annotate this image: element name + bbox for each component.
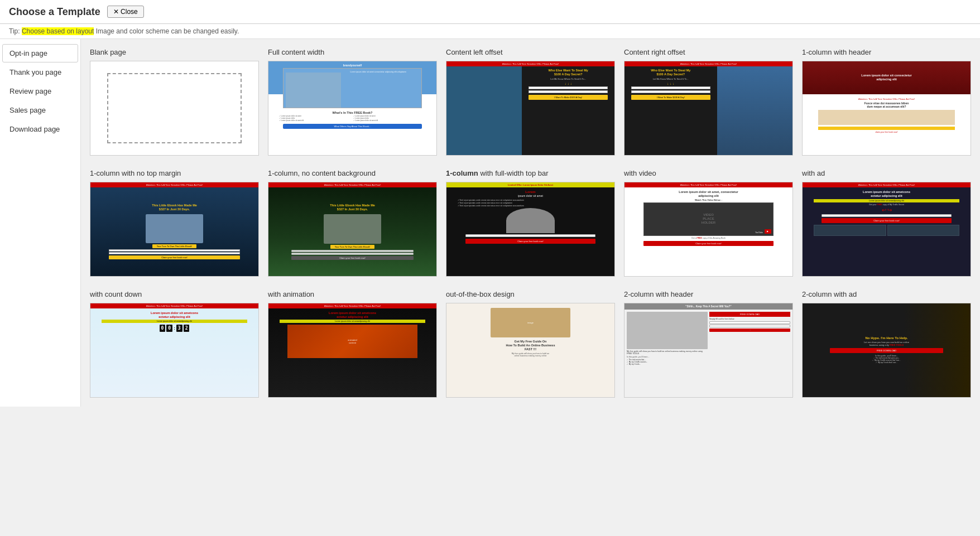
template-out-of-box: out-of-the-box design image Get My Free …	[446, 290, 615, 398]
template-1col-fullbar: 1-column with full-width top bar Limited…	[446, 169, 615, 277]
template-2col-header-title: 2-column with header	[624, 290, 793, 300]
template-full-content: Full content width brandyourself Lorem i…	[268, 48, 437, 156]
template-content-left-title: Content left offset	[446, 48, 615, 57]
template-1col-header-title: 1-column with header	[802, 48, 971, 57]
template-with-ad: with ad Attention: This Is A Time Sensit…	[802, 169, 971, 277]
tip-suffix: Image and color scheme can be changed ea…	[94, 27, 239, 35]
template-with-video: with video Attention: This Is A Time Sen…	[624, 169, 793, 277]
template-with-ad-thumb[interactable]: Attention: This Is A Time Sensitive Offe…	[802, 182, 971, 277]
template-2col-header: 2-column with header "Shhh... Keep This …	[624, 290, 793, 398]
template-content-left-thumb[interactable]: Attention: This Is A Time Sensitive Offe…	[446, 61, 615, 156]
template-1col-fullbar-title: 1-column with full-width top bar	[446, 169, 615, 178]
template-content-right-thumb[interactable]: Attention: This Is A Time Sensitive Offe…	[624, 61, 793, 156]
template-1col-header-thumb[interactable]: Lorem ipsum dolor sit consecteturadipisc…	[802, 61, 971, 156]
tip-prefix: Tip:	[9, 27, 22, 35]
template-full-content-thumb[interactable]: brandyourself Lorem ipsum dolor sit amet…	[268, 61, 437, 156]
tip-highlight: Choose based on layout	[22, 27, 94, 35]
sidebar-item-thankyou[interactable]: Thank you page	[2, 63, 78, 81]
page-header: Choose a Template ✕ Close	[0, 0, 980, 24]
sidebar-item-optin[interactable]: Opt-in page	[2, 44, 78, 62]
template-1col-no-margin-title: 1-column with no top margin	[90, 169, 259, 178]
template-blank-thumb[interactable]	[90, 61, 259, 156]
template-1col-no-margin-thumb[interactable]: Attention: This Is A Time Sensitive Offe…	[90, 182, 259, 277]
template-content-right-title: Content right offset	[624, 48, 793, 57]
template-1col-header: 1-column with header Lorem ipsum dolor s…	[802, 48, 971, 156]
template-with-countdown: with count down Attention: This Is A Tim…	[90, 290, 259, 398]
sidebar-item-sales[interactable]: Sales page	[2, 101, 78, 119]
template-with-countdown-thumb[interactable]: Attention: This Is A Time Sensitive Offe…	[90, 303, 259, 398]
templates-content: Blank page Full content width brandyours…	[81, 39, 980, 407]
close-button[interactable]: ✕ Close	[107, 6, 144, 18]
template-1col-fullbar-thumb[interactable]: Limited Offer: Lorem Ipsum Dolor Sit Ame…	[446, 182, 615, 277]
template-content-right: Content right offset Attention: This Is …	[624, 48, 793, 156]
template-content-left: Content left offset Attention: This Is A…	[446, 48, 615, 156]
template-out-of-box-thumb[interactable]: image Get My Free Guide OnHow To Build A…	[446, 303, 615, 398]
sidebar-item-download[interactable]: Download page	[2, 120, 78, 138]
sidebar-item-review[interactable]: Review page	[2, 82, 78, 100]
blank-inner	[107, 73, 242, 143]
template-2col-ad-title: 2-column with ad	[802, 290, 971, 300]
template-2col-ad-thumb[interactable]: No Hype. I'm Here To Help. Let me show y…	[802, 303, 971, 398]
template-with-video-thumb[interactable]: Attention: This Is A Time Sensitive Offe…	[624, 182, 793, 277]
template-with-animation-title: with animation	[268, 290, 437, 300]
template-with-animation: with animation Attention: This Is A Time…	[268, 290, 437, 398]
tip-bar: Tip: Choose based on layout Image and co…	[0, 24, 980, 39]
template-out-of-box-title: out-of-the-box design	[446, 290, 615, 300]
template-1col-no-margin: 1-column with no top margin Attention: T…	[90, 169, 259, 277]
sidebar: Opt-in page Thank you page Review page S…	[0, 39, 81, 407]
template-1col-no-bg-thumb[interactable]: Attention: This Is A Time Sensitive Offe…	[268, 182, 437, 277]
template-with-ad-title: with ad	[802, 169, 971, 178]
page-title: Choose a Template	[9, 6, 100, 18]
template-2col-ad: 2-column with ad No Hype. I'm Here To He…	[802, 290, 971, 398]
template-with-animation-thumb[interactable]: Attention: This Is A Time Sensitive Offe…	[268, 303, 437, 398]
template-1col-no-bg-title: 1-column, no content background	[268, 169, 437, 178]
template-1col-no-bg: 1-column, no content background Attentio…	[268, 169, 437, 277]
template-with-countdown-title: with count down	[90, 290, 259, 300]
template-blank-title: Blank page	[90, 48, 259, 57]
templates-grid: Blank page Full content width brandyours…	[90, 48, 971, 398]
main-layout: Opt-in page Thank you page Review page S…	[0, 39, 980, 407]
template-full-content-title: Full content width	[268, 48, 437, 57]
template-2col-header-thumb[interactable]: "Shhh... Keep This A Secret Will You?" M…	[624, 303, 793, 398]
template-with-video-title: with video	[624, 169, 793, 178]
template-blank: Blank page	[90, 48, 259, 156]
